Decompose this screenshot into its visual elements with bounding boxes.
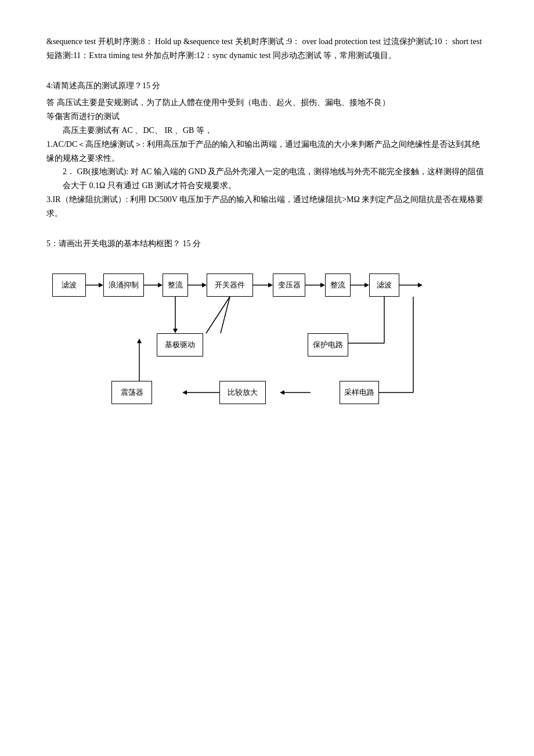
block-rectifier2: 整流: [325, 273, 351, 297]
svg-line-17: [221, 297, 230, 333]
intro-paragraph: &sequence test 开机时序测:8： Hold up &sequenc…: [46, 35, 488, 63]
q5-title: 5：请画出开关电源的基本结构框图？ 15 分: [46, 237, 488, 251]
block-oscillator: 震荡器: [111, 381, 152, 404]
q4-body-0: 高压主要测试有 AC 、DC、 IR 、GB 等，: [63, 124, 488, 138]
svg-marker-13: [418, 283, 423, 287]
svg-marker-15: [173, 329, 178, 333]
svg-marker-7: [268, 283, 273, 287]
block-rectifier1: 整流: [163, 273, 188, 297]
svg-marker-3: [158, 283, 163, 287]
svg-marker-11: [365, 283, 369, 287]
svg-marker-29: [137, 339, 142, 343]
block-comparator: 比较放大: [219, 381, 266, 404]
block-surge: 浪涌抑制: [103, 273, 144, 297]
q4-body-1: 1.AC/DC＜高压绝缘测试＞: 利用高压加于产品的输入和输出两端，通过漏电流的…: [46, 138, 488, 165]
q5-section: 5：请画出开关电源的基本结构框图？ 15 分: [46, 237, 488, 431]
q4-title: 4:请简述高压的测试原理？15 分: [46, 79, 488, 93]
svg-marker-9: [320, 283, 325, 287]
svg-marker-5: [202, 283, 207, 287]
q4-answer-line1: 答 高压试主要是安规测试，为了防止人體在使用中受到（电击、起火、损伤、漏电、接地…: [46, 96, 488, 110]
q4-body-3: 3.IR（绝缘阻抗测试）: 利用 DC500V 电压加于产品的输入和输出端，通过…: [46, 193, 488, 221]
block-base-drive: 基极驱动: [157, 333, 203, 357]
block-diagram: 滤波 浪涌抑制 整流 开关器件 变压器 整流 滤波: [46, 268, 476, 430]
page-content: &sequence test 开机时序测:8： Hold up &sequenc…: [46, 35, 488, 430]
q4-answer-line2: 等傷害而进行的测试: [46, 110, 488, 124]
intro-text: &sequence test 开机时序测:8： Hold up &sequenc…: [46, 37, 482, 60]
q4-body-2: 2． GB(接地测试): 对 AC 输入端的 GND 及产品外壳灌入一定的电流，…: [63, 165, 488, 193]
block-filter2: 滤波: [369, 273, 399, 297]
block-sample: 采样电路: [340, 381, 379, 404]
svg-marker-25: [280, 390, 284, 395]
svg-marker-27: [182, 390, 187, 395]
svg-marker-1: [99, 283, 103, 287]
block-transformer: 变压器: [273, 273, 305, 297]
svg-line-30: [206, 297, 230, 333]
block-protection: 保护电路: [308, 333, 348, 357]
q4-section: 4:请简述高压的测试原理？15 分 答 高压试主要是安规测试，为了防止人體在使用…: [46, 79, 488, 221]
block-filter1: 滤波: [52, 273, 86, 297]
block-switch: 开关器件: [207, 273, 253, 297]
